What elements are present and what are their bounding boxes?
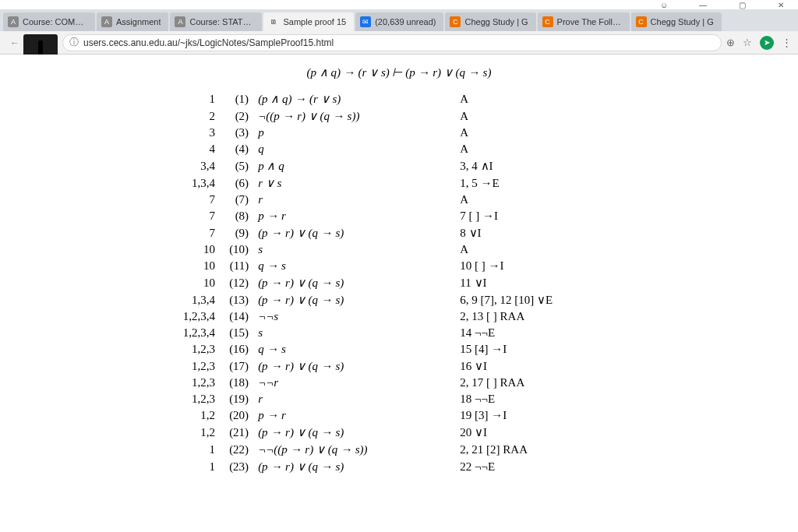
dependencies-cell: 4 [157,141,220,157]
proof-row: 10(11)q → s10 [ ] →I [157,258,641,274]
minimize-button[interactable]: — [690,1,715,9]
proof-row: 1(22)¬¬((p → r) ∨ (q → s))2, 21 [2] RAA [157,441,641,458]
line-number-cell: (5) [220,157,253,174]
dependencies-cell: 1 [157,441,220,458]
proof-row: 1(23)(p → r) ∨ (q → s)22 ¬¬E [157,458,641,475]
dependencies-cell: 1 [157,458,220,475]
line-number-cell: (17) [220,358,253,375]
dependencies-cell: 1,3,4 [157,174,220,192]
tab-label: (20,639 unread) [375,17,436,26]
tab-label: Chegg Study | G [651,17,714,26]
formula-cell: q → s [253,341,455,358]
formula-cell: p ∧ q [253,157,455,174]
justification-cell: 1, 5 →E [455,174,641,192]
dependencies-cell: 1,2,3 [157,358,220,375]
browser-tab[interactable]: ✉(20,639 unread) [355,12,443,31]
tab-label: Course: STAT70… [189,17,254,26]
proof-row: 10(12)(p → r) ∨ (q → s)11 ∨I [157,274,641,291]
formula-cell: (p → r) ∨ (q → s) [253,424,455,441]
zoom-icon[interactable]: ⊕ [726,37,735,48]
dependencies-cell: 1,2 [157,424,220,441]
tab-strip: ACourse: COMP2…AAssignmentACourse: STAT7… [0,9,798,31]
formula-cell: p → r [253,407,455,424]
dependencies-cell: 3 [157,125,220,141]
justification-cell: A [455,107,641,125]
dependencies-cell: 1 [157,90,220,107]
menu-icon[interactable]: ⋮ [782,37,792,48]
formula-cell: p → r [253,208,455,224]
dependencies-cell: 2 [157,107,220,125]
line-number-cell: (19) [220,391,253,407]
line-number-cell: (2) [220,107,253,125]
justification-cell: 22 ¬¬E [455,458,641,475]
proof-row: 1,3,4(13)(p → r) ∨ (q → s)6, 9 [7], 12 [… [157,291,641,308]
justification-cell: A [455,90,641,107]
proof-row: 1,2,3(17)(p → r) ∨ (q → s)16 ∨I [157,358,641,375]
formula-cell: s [253,241,455,258]
favicon-icon: C [450,16,461,27]
browser-tab[interactable]: CProve The Follo… [538,12,630,31]
dependencies-cell: 3,4 [157,157,220,174]
close-window-button[interactable]: ✕ [768,1,793,9]
maximize-button[interactable]: ▢ [729,1,754,9]
formula-cell: r [253,391,455,407]
dependencies-cell: 1,2,3,4 [157,325,220,341]
site-info-icon[interactable]: ⓘ [69,36,79,49]
justification-cell: A [455,125,641,141]
favicon-icon: A [101,16,112,27]
justification-cell: 6, 9 [7], 12 [10] ∨E [455,291,641,308]
bookmark-star-icon[interactable]: ☆ [743,37,752,48]
browser-tab[interactable]: CChegg Study | G [631,12,722,31]
dependencies-cell: 1,2,3 [157,391,220,407]
justification-cell: A [455,192,641,208]
dependencies-cell: 7 [157,208,220,224]
url-text: users.cecs.anu.edu.au/~jks/LogicNotes/Sa… [83,37,334,48]
justification-cell: 7 [ ] →I [455,208,641,224]
line-number-cell: (3) [220,125,253,141]
proof-row: 2(2)¬((p → r) ∨ (q → s))A [157,107,641,125]
proof-row: 10(10)sA [157,241,641,258]
browser-tab[interactable]: ACourse: COMP2… [3,12,95,31]
extension-icon[interactable]: ➤ [760,36,774,50]
formula-cell: r [253,192,455,208]
proof-row: 1,2,3,4(14)¬¬s2, 13 [ ] RAA [157,308,641,325]
dependencies-cell: 1,2,3 [157,375,220,391]
proof-container: (p ∧ q) → (r ∨ s) ⊢ (p → r) ∨ (q → s) 1(… [157,65,641,475]
window-titlebar: ☺ — ▢ ✕ [0,0,798,9]
justification-cell: 2, 17 [ ] RAA [455,375,641,391]
justification-cell: 16 ∨I [455,358,641,375]
line-number-cell: (9) [220,224,253,241]
url-field[interactable]: ⓘ users.cecs.anu.edu.au/~jks/LogicNotes/… [62,34,722,51]
proof-row: 4(4)qA [157,141,641,157]
proof-row: 1,2,3(16)q → s15 [4] →I [157,341,641,358]
back-button[interactable]: ← [6,37,23,48]
line-number-cell: (21) [220,424,253,441]
line-number-cell: (20) [220,407,253,424]
account-icon[interactable]: ☺ [651,1,676,9]
line-number-cell: (12) [220,274,253,291]
line-number-cell: (8) [220,208,253,224]
proof-row: 3(3)pA [157,125,641,141]
proof-row: 7(9)(p → r) ∨ (q → s)8 ∨I [157,224,641,241]
dependencies-cell: 1,3,4 [157,291,220,308]
browser-tab[interactable]: CChegg Study | G [445,12,535,31]
formula-cell: (p → r) ∨ (q → s) [253,358,455,375]
proof-row: 1,2,3,4(15)s14 ¬¬E [157,325,641,341]
line-number-cell: (13) [220,291,253,308]
line-number-cell: (15) [220,325,253,341]
browser-tab[interactable]: AAssignment [97,12,168,31]
browser-tab[interactable]: ACourse: STAT70… [170,12,262,31]
omnibar-icons: ⊕ ☆ ➤ ⋮ [726,36,792,50]
proof-row: 7(7)rA [157,192,641,208]
proof-row: 1,2(21)(p → r) ∨ (q → s)20 ∨I [157,424,641,441]
favicon-icon: 🗎 [268,16,279,27]
tab-label: Prove The Follo… [557,17,622,26]
proof-row: 1,2,3(19)r18 ¬¬E [157,391,641,407]
tab-label: Course: COMP2… [23,17,87,26]
justification-cell: 19 [3] →I [455,407,641,424]
line-number-cell: (11) [220,258,253,274]
browser-tab[interactable]: 🗎Sample proof 15 [263,12,354,31]
justification-cell: 15 [4] →I [455,341,641,358]
justification-cell: A [455,141,641,157]
dependencies-cell: 7 [157,192,220,208]
